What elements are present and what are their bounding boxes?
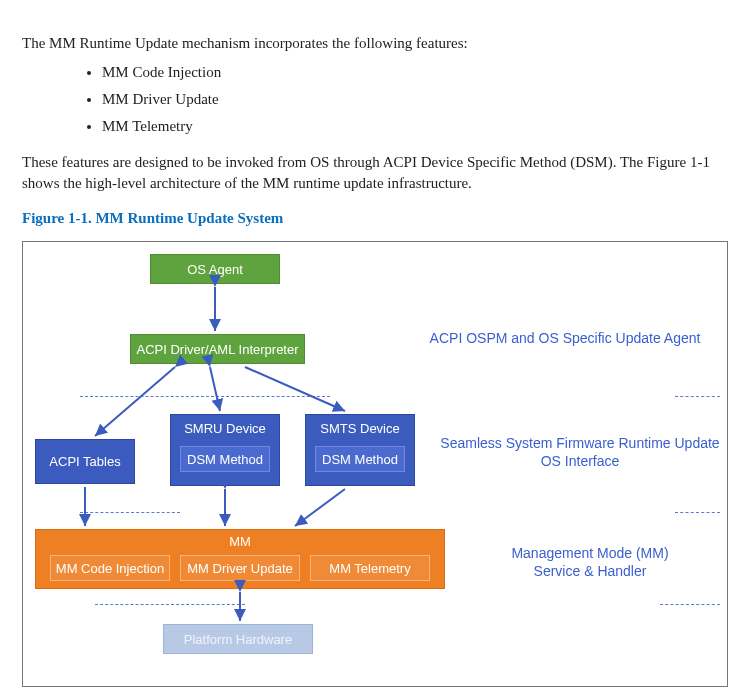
os-agent-box: OS Agent: [150, 254, 280, 284]
label-line: Seamless System Firmware Runtime Update: [440, 435, 719, 451]
mm-code-injection-box: MM Code Injection: [50, 555, 170, 581]
dash-line: [80, 512, 180, 513]
dash-line: [675, 512, 720, 513]
acpi-tables-box: ACPI Tables: [35, 439, 135, 484]
dash-line: [660, 604, 720, 605]
smru-device-box: SMRU Device DSM Method: [170, 414, 280, 486]
dash-line: [95, 604, 245, 605]
svg-line-1: [210, 367, 220, 411]
layer-label-mm: Management Mode (MM) Service & Handler: [475, 544, 705, 580]
figure-caption: Figure 1-1. MM Runtime Update System: [22, 208, 728, 229]
svg-line-6: [295, 489, 345, 526]
intro-text: The MM Runtime Update mechanism incorpor…: [22, 33, 728, 54]
svg-line-3: [95, 367, 175, 436]
mm-driver-update-box: MM Driver Update: [180, 555, 300, 581]
description-text: These features are designed to be invoke…: [22, 152, 728, 194]
label-line: Service & Handler: [534, 563, 647, 579]
label-line: OS Interface: [541, 453, 620, 469]
platform-hardware-box: Platform Hardware: [163, 624, 313, 654]
figure-box: OS Agent ACPI Driver/AML Interpreter ACP…: [22, 241, 728, 687]
mm-box: MM MM Code Injection MM Driver Update MM…: [35, 529, 445, 589]
dash-line: [80, 396, 330, 397]
layer-label-seamless: Seamless System Firmware Runtime Update …: [435, 434, 725, 470]
feature-item: MM Telemetry: [102, 116, 728, 137]
svg-line-2: [245, 367, 345, 411]
smts-device-box: SMTS Device DSM Method: [305, 414, 415, 486]
smts-label: SMTS Device: [320, 421, 399, 436]
mm-telemetry-box: MM Telemetry: [310, 555, 430, 581]
layer-label-ospm: ACPI OSPM and OS Specific Update Agent: [415, 329, 715, 347]
acpi-driver-box: ACPI Driver/AML Interpreter: [130, 334, 305, 364]
feature-item: MM Code Injection: [102, 62, 728, 83]
dash-line: [675, 396, 720, 397]
diagram: OS Agent ACPI Driver/AML Interpreter ACP…: [35, 254, 728, 654]
feature-item: MM Driver Update: [102, 89, 728, 110]
label-line: Management Mode (MM): [511, 545, 668, 561]
dsm-method-box: DSM Method: [315, 446, 405, 472]
feature-list: MM Code Injection MM Driver Update MM Te…: [102, 62, 728, 137]
mm-label: MM: [229, 534, 251, 549]
smru-label: SMRU Device: [184, 421, 266, 436]
dsm-method-box: DSM Method: [180, 446, 270, 472]
